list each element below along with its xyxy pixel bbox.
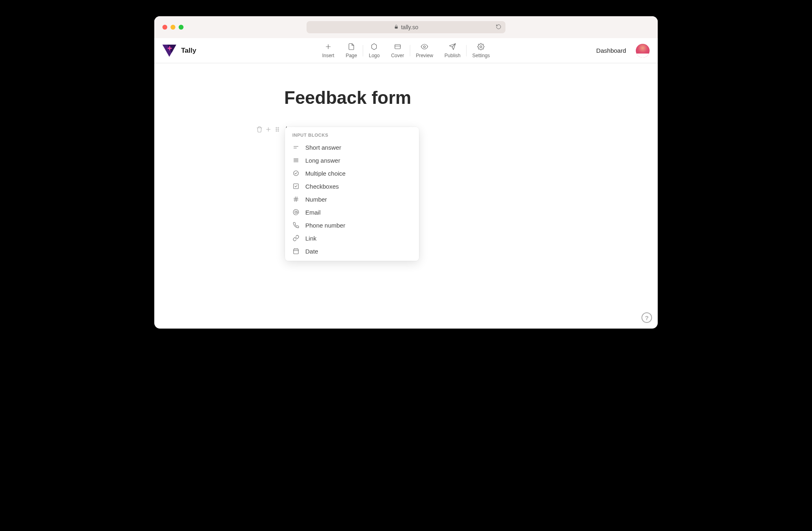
dropdown-item-label: Date [305,248,318,255]
help-icon-label: ? [645,314,648,321]
reload-icon[interactable] [496,24,501,31]
dropdown-item-label: Long answer [305,157,340,164]
add-block-icon[interactable] [265,126,272,133]
tally-logo-icon [162,45,176,57]
svg-point-8 [276,131,277,131]
dropdown-item-email[interactable]: Email [285,206,419,219]
phone-icon [292,221,300,229]
dropdown-item-label: Multiple choice [305,170,346,177]
dropdown-item-phone[interactable]: Phone number [285,219,419,232]
address-bar[interactable]: tally.so [307,21,505,33]
svg-rect-13 [294,249,298,254]
plus-icon [324,43,332,51]
rectangle-icon [393,43,402,51]
block-controls [256,126,281,133]
toolbar-label: Preview [416,53,433,58]
block-type-dropdown: INPUT BLOCKS Short answer Long answer Mu… [285,127,419,261]
toolbar-label: Logo [369,53,380,58]
trash-icon[interactable] [256,126,263,133]
page-icon [347,43,355,51]
toolbar-label: Publish [445,53,460,58]
dropdown-item-short-answer[interactable]: Short answer [285,141,419,154]
browser-chrome: tally.so [154,16,658,38]
svg-rect-1 [395,45,400,49]
number-icon [292,196,300,203]
short-answer-icon [292,144,300,151]
form-title[interactable]: Feedback form [284,88,658,108]
dropdown-item-multiple-choice[interactable]: Multiple choice [285,167,419,180]
svg-point-2 [423,46,425,48]
svg-point-4 [276,127,277,128]
toolbar-label: Cover [391,53,404,58]
dashboard-link[interactable]: Dashboard [596,47,626,54]
toolbar-page[interactable]: Page [340,43,363,58]
svg-point-5 [278,127,279,128]
toolbar-preview[interactable]: Preview [410,43,439,58]
avatar[interactable] [636,44,650,58]
link-icon [292,234,300,242]
help-button[interactable]: ? [641,312,652,323]
svg-rect-11 [294,184,298,189]
toolbar-label: Page [346,53,357,58]
svg-rect-0 [395,26,397,28]
toolbar-publish[interactable]: Publish [439,43,466,58]
dropdown-item-label: Number [305,196,327,203]
close-window-button[interactable] [162,25,167,30]
app-header: Tally Insert Page Logo [154,38,658,63]
toolbar-cover[interactable]: Cover [385,43,410,58]
dropdown-item-link[interactable]: Link [285,232,419,245]
toolbar-label: Insert [322,53,334,58]
dropdown-item-date[interactable]: Date [285,245,419,258]
toolbar-label: Settings [472,53,490,58]
app-window: tally.so Tally Insert [154,16,658,329]
toolbar-settings[interactable]: Settings [466,43,495,58]
dropdown-item-checkboxes[interactable]: Checkboxes [285,180,419,193]
form-editor: Feedback form / INPUT BLOCKS [154,63,658,133]
maximize-window-button[interactable] [179,25,184,30]
url-text: tally.so [401,24,419,30]
toolbar-insert[interactable]: Insert [316,43,340,58]
drag-handle-icon[interactable] [274,126,281,133]
email-icon [292,209,300,216]
dropdown-item-label: Short answer [305,144,341,151]
date-icon [292,247,300,255]
multiple-choice-icon [292,170,300,177]
toolbar-logo[interactable]: Logo [363,43,385,58]
svg-point-12 [295,211,297,213]
svg-point-9 [278,131,279,131]
checkboxes-icon [292,183,300,190]
send-icon [449,43,457,51]
dropdown-item-number[interactable]: Number [285,193,419,206]
dropdown-item-long-answer[interactable]: Long answer [285,154,419,167]
svg-point-10 [294,171,298,176]
toolbar: Insert Page Logo Cover [316,43,495,58]
eye-icon [421,43,429,51]
traffic-lights [162,25,184,30]
lock-icon [394,24,399,30]
header-right: Dashboard [596,44,650,58]
long-answer-icon [292,157,300,164]
svg-point-6 [276,129,277,130]
logo-area[interactable]: Tally [162,45,196,57]
dropdown-item-label: Email [305,209,321,216]
dropdown-item-label: Checkboxes [305,183,339,190]
gear-icon [477,43,485,51]
svg-point-3 [480,46,482,48]
dropdown-section-header: INPUT BLOCKS [285,133,419,141]
minimize-window-button[interactable] [171,25,175,30]
brand-name: Tally [181,47,196,55]
svg-point-7 [278,129,279,130]
dropdown-item-label: Phone number [305,222,345,229]
dropdown-item-label: Link [305,235,317,242]
hexagon-icon [370,43,378,51]
